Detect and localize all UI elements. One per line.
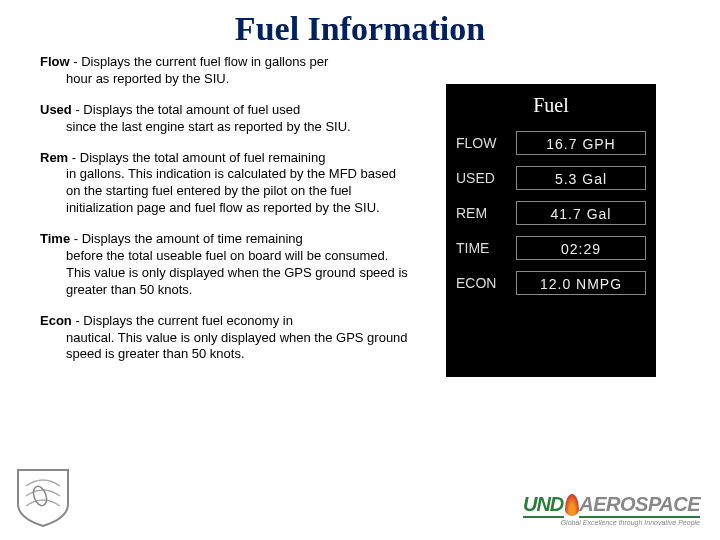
fuel-value: 02:29: [516, 236, 646, 260]
entry-text-rest: since the last engine start as reported …: [40, 119, 410, 136]
entry-text-rest: nautical. This value is only displayed w…: [40, 330, 410, 364]
definitions-list: Flow - Displays the current fuel flow in…: [40, 54, 410, 377]
entry-rem: Rem - Displays the total amount of fuel …: [40, 150, 410, 218]
entry-flow: Flow - Displays the current fuel flow in…: [40, 54, 410, 88]
entry-text-rest: in gallons. This indication is calculate…: [40, 166, 410, 217]
page-title: Fuel Information: [0, 10, 720, 48]
shield-icon: [14, 466, 72, 528]
fuel-label: TIME: [456, 240, 516, 256]
panel-container: Fuel FLOW 16.7 GPH USED 5.3 Gal REM 41.7…: [410, 54, 692, 377]
fuel-panel-title: Fuel: [456, 94, 646, 117]
entry-text-rest: before the total useable fuel on board w…: [40, 248, 410, 299]
fuel-value: 12.0 NMPG: [516, 271, 646, 295]
fuel-row-flow: FLOW 16.7 GPH: [456, 131, 646, 155]
fuel-row-rem: REM 41.7 Gal: [456, 201, 646, 225]
fuel-value: 5.3 Gal: [516, 166, 646, 190]
entry-label: Time: [40, 231, 70, 246]
fuel-label: ECON: [456, 275, 516, 291]
entry-time: Time - Displays the amount of time remai…: [40, 231, 410, 299]
fuel-row-used: USED 5.3 Gal: [456, 166, 646, 190]
flame-icon: [565, 494, 579, 516]
entry-text: - Displays the total amount of fuel used: [72, 102, 300, 117]
entry-text: - Displays the current fuel flow in gall…: [70, 54, 329, 69]
brand-und: UND: [523, 493, 564, 518]
fuel-panel: Fuel FLOW 16.7 GPH USED 5.3 Gal REM 41.7…: [446, 84, 656, 377]
fuel-value: 16.7 GPH: [516, 131, 646, 155]
entry-label: Rem: [40, 150, 68, 165]
fuel-label: USED: [456, 170, 516, 186]
fuel-row-econ: ECON 12.0 NMPG: [456, 271, 646, 295]
fuel-label: REM: [456, 205, 516, 221]
entry-text: - Displays the current fuel economy in: [72, 313, 293, 328]
entry-text: - Displays the total amount of fuel rema…: [68, 150, 325, 165]
footer-logo-right: UND AEROSPACE Global Excellence through …: [523, 493, 700, 526]
fuel-row-time: TIME 02:29: [456, 236, 646, 260]
entry-text-rest: hour as reported by the SIU.: [40, 71, 410, 88]
entry-used: Used - Displays the total amount of fuel…: [40, 102, 410, 136]
entry-label: Used: [40, 102, 72, 117]
svg-point-0: [31, 485, 49, 508]
entry-label: Econ: [40, 313, 72, 328]
footer-logo-left: [14, 466, 72, 528]
und-aerospace-logo: UND AEROSPACE: [523, 493, 700, 518]
entry-label: Flow: [40, 54, 70, 69]
brand-tagline: Global Excellence through Innovative Peo…: [523, 519, 700, 526]
entry-econ: Econ - Displays the current fuel economy…: [40, 313, 410, 364]
fuel-value: 41.7 Gal: [516, 201, 646, 225]
fuel-label: FLOW: [456, 135, 516, 151]
brand-aerospace: AEROSPACE: [579, 493, 700, 518]
entry-text: - Displays the amount of time remaining: [70, 231, 303, 246]
content-area: Flow - Displays the current fuel flow in…: [0, 54, 720, 377]
